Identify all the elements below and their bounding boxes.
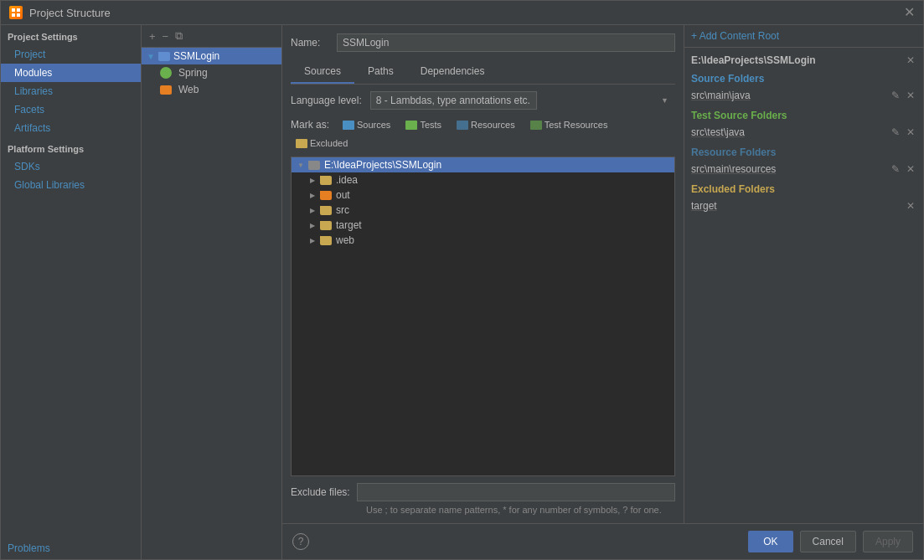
name-input[interactable] — [337, 33, 675, 52]
sidebar-item-artifacts[interactable]: Artifacts — [1, 119, 141, 137]
mark-excluded-button[interactable]: Excluded — [291, 136, 353, 150]
sidebar: Project Settings Project Modules Librari… — [1, 25, 142, 559]
tree-idea-label: .idea — [336, 174, 358, 186]
test-resources-mark-icon — [530, 121, 542, 130]
test-source-folder-actions: ✎ ✕ — [890, 126, 916, 138]
resource-folder-path-row: src\main\resources ✎ ✕ — [691, 162, 916, 177]
rp-path-header: E:\IdeaProjects\SSMLogin ✕ — [691, 54, 916, 66]
spring-icon — [160, 67, 172, 79]
remove-source-folder-button[interactable]: ✕ — [905, 90, 916, 101]
idea-expand-icon: ▶ — [307, 174, 318, 186]
app-icon — [9, 6, 23, 19]
language-level-label: Language level: — [291, 95, 362, 106]
tab-dependencies[interactable]: Dependencies — [407, 60, 498, 84]
source-folder-path: src\main\java — [691, 90, 890, 101]
source-folder-actions: ✎ ✕ — [890, 90, 916, 101]
web-folder-icon — [320, 236, 332, 245]
tree-node-target[interactable]: ▶ target — [292, 218, 674, 233]
right-panel-body: E:\IdeaProjects\SSMLogin ✕ Source Folder… — [684, 48, 923, 523]
exclude-files-input[interactable] — [357, 483, 675, 501]
tree-node-src[interactable]: ▶ src — [292, 203, 674, 218]
apply-button[interactable]: Apply — [863, 531, 913, 552]
module-tree-web-label: Web — [178, 84, 199, 95]
right-panel-header: + Add Content Root — [684, 25, 923, 48]
edit-source-folder-button[interactable]: ✎ — [890, 90, 901, 101]
ok-button[interactable]: OK — [748, 531, 792, 552]
edit-test-folder-button[interactable]: ✎ — [890, 126, 901, 138]
detail-content: Name: Sources Paths Dependencies — [282, 25, 923, 523]
sidebar-item-problems[interactable]: Problems — [1, 537, 141, 559]
right-panel: + Add Content Root E:\IdeaProjects\SSMLo… — [684, 25, 923, 523]
remove-test-folder-button[interactable]: ✕ — [905, 126, 916, 138]
sources-mark-icon — [343, 121, 354, 130]
excluded-folder-actions: ✕ — [905, 200, 916, 212]
remove-module-button[interactable]: − — [160, 29, 172, 44]
tree-node-root[interactable]: ▼ E:\IdeaProjects\SSMLogin — [292, 157, 674, 172]
tree-node-out[interactable]: ▶ out — [292, 188, 674, 203]
add-content-root-button[interactable]: + Add Content Root — [691, 30, 779, 42]
mark-tests-button[interactable]: Tests — [400, 118, 447, 131]
module-tree-item-ssmlogin[interactable]: ▼ SSMLogin — [142, 48, 281, 64]
tabs-row: Sources Paths Dependencies — [291, 60, 675, 85]
module-tree-spring-label: Spring — [178, 67, 208, 79]
sidebar-item-project[interactable]: Project — [1, 45, 141, 64]
cancel-button[interactable]: Cancel — [800, 531, 856, 552]
src-expand-icon: ▶ — [307, 204, 318, 216]
module-tree-item-web[interactable]: Web — [142, 81, 281, 98]
sidebar-item-sdks[interactable]: SDKs — [1, 157, 141, 176]
mark-test-resources-button[interactable]: Test Resources — [525, 118, 613, 131]
tab-sources[interactable]: Sources — [291, 60, 354, 84]
resources-mark-icon — [457, 121, 468, 130]
language-level-wrapper: 8 - Lambdas, type annotations etc. — [370, 91, 675, 110]
add-module-button[interactable]: + — [147, 29, 158, 44]
tree-target-label: target — [336, 219, 362, 231]
main-content: Project Settings Project Modules Librari… — [1, 25, 923, 559]
source-folder-path-row: src\main\java ✎ ✕ — [691, 88, 916, 103]
idea-folder-icon — [320, 176, 332, 185]
window-title: Project Structure — [29, 7, 111, 19]
module-tree-item-spring[interactable]: Spring — [142, 64, 281, 81]
rp-close-button[interactable]: ✕ — [905, 54, 916, 66]
copy-module-button[interactable]: ⧉ — [173, 28, 185, 44]
project-settings-title: Project Settings — [1, 25, 141, 45]
resource-folder-path: src\main\resources — [691, 163, 890, 175]
module-tree-item-label: SSMLogin — [173, 50, 219, 62]
target-folder-icon — [320, 221, 332, 230]
module-tree-panel: + − ⧉ ▼ SSMLogin Spring W — [142, 25, 282, 559]
name-row: Name: — [291, 33, 675, 52]
tree-web-label: web — [336, 234, 354, 246]
src-folder-icon — [320, 206, 332, 215]
bottom-bar: ? OK Cancel Apply — [282, 523, 923, 559]
tree-node-idea[interactable]: ▶ .idea — [292, 172, 674, 188]
folder-blue-icon — [158, 52, 170, 61]
mark-as-label: Mark as: — [291, 119, 329, 131]
excluded-folder-path: target — [691, 200, 905, 212]
tab-paths[interactable]: Paths — [354, 60, 407, 84]
module-detail-panel: Name: Sources Paths Dependencies — [282, 25, 684, 523]
exclude-files-row: Exclude files: — [291, 483, 675, 501]
root-folder-icon — [308, 161, 320, 170]
mark-resources-button[interactable]: Resources — [452, 118, 520, 131]
mark-sources-button[interactable]: Sources — [338, 118, 395, 131]
sidebar-item-facets[interactable]: Facets — [1, 100, 141, 119]
svg-rect-1 — [17, 8, 20, 12]
help-button[interactable]: ? — [292, 533, 309, 550]
tree-node-web[interactable]: ▶ web — [292, 233, 674, 248]
close-button[interactable]: ✕ — [904, 6, 915, 19]
remove-excluded-folder-button[interactable]: ✕ — [905, 200, 916, 212]
edit-resource-folder-button[interactable]: ✎ — [890, 163, 901, 175]
language-level-select[interactable]: 8 - Lambdas, type annotations etc. — [370, 91, 537, 110]
remove-resource-folder-button[interactable]: ✕ — [905, 163, 916, 175]
sidebar-item-modules[interactable]: Modules — [1, 64, 141, 82]
tree-root-label: E:\IdeaProjects\SSMLogin — [324, 159, 441, 171]
test-source-folders-label: Test Source Folders — [691, 110, 916, 121]
out-expand-icon: ▶ — [307, 189, 318, 201]
sidebar-item-libraries[interactable]: Libraries — [1, 82, 141, 100]
svg-rect-0 — [12, 8, 15, 12]
detail-area: Name: Sources Paths Dependencies — [282, 25, 923, 559]
folder-tree[interactable]: ▼ E:\IdeaProjects\SSMLogin ▶ .idea ▶ — [291, 157, 675, 476]
test-source-folder-path-row: src\test\java ✎ ✕ — [691, 125, 916, 140]
mark-as-row: Mark as: Sources Tests Resources — [291, 118, 675, 150]
excluded-folders-label: Excluded Folders — [691, 183, 916, 195]
sidebar-item-global-libraries[interactable]: Global Libraries — [1, 176, 141, 194]
